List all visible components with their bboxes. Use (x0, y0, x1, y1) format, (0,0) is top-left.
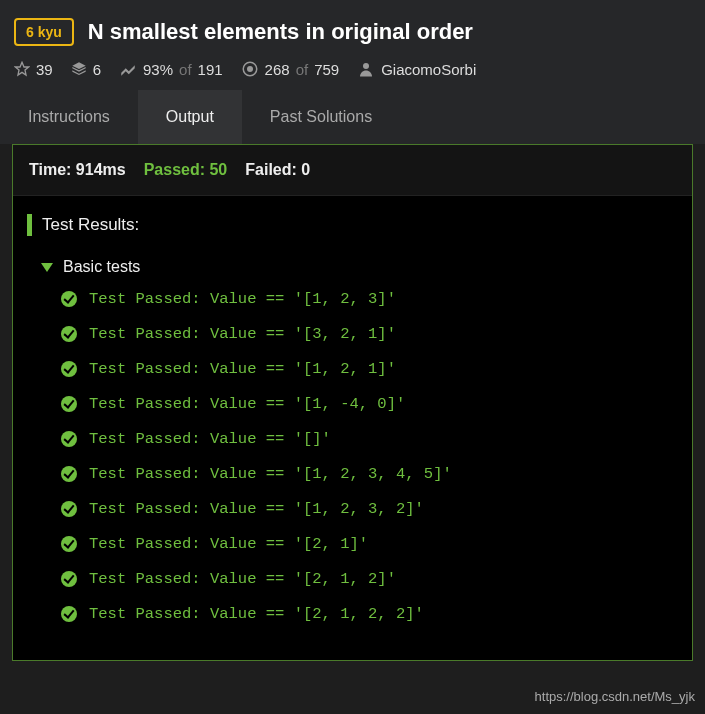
satisfaction-stat[interactable]: 93% of 191 (119, 60, 223, 78)
completed-total: 759 (314, 61, 339, 78)
check-icon (61, 396, 77, 412)
caret-down-icon (41, 263, 53, 272)
test-line: Test Passed: Value == '[1, 2, 3, 2]' (61, 500, 678, 518)
kyu-badge: 6 kyu (14, 18, 74, 46)
test-line: Test Passed: Value == '[2, 1, 2]' (61, 570, 678, 588)
stars-stat[interactable]: 39 (14, 61, 53, 78)
target-icon (241, 60, 259, 78)
test-message: Test Passed: Value == '[2, 1]' (89, 535, 368, 553)
completed-stat[interactable]: 268 of 759 (241, 60, 340, 78)
svg-point-1 (247, 66, 253, 72)
test-line: Test Passed: Value == '[1, 2, 3, 4, 5]' (61, 465, 678, 483)
completed-count: 268 (265, 61, 290, 78)
tab-output[interactable]: Output (138, 90, 242, 144)
group-label: Basic tests (63, 258, 140, 276)
chart-icon (119, 60, 137, 78)
test-message: Test Passed: Value == '[]' (89, 430, 331, 448)
check-icon (61, 571, 77, 587)
satisfaction-total: 191 (198, 61, 223, 78)
tabs: Instructions Output Past Solutions (0, 90, 705, 144)
summary-passed: Passed: 50 (144, 161, 228, 179)
check-icon (61, 361, 77, 377)
test-message: Test Passed: Value == '[1, 2, 3, 4, 5]' (89, 465, 452, 483)
test-group[interactable]: Basic tests (41, 258, 678, 276)
results-header: Test Results: (27, 214, 678, 236)
satisfaction-pct: 93% (143, 61, 173, 78)
results-title: Test Results: (42, 215, 139, 235)
check-icon (61, 466, 77, 482)
check-icon (61, 606, 77, 622)
test-line: Test Passed: Value == '[1, 2, 1]' (61, 360, 678, 378)
test-line: Test Passed: Value == '[1, 2, 3]' (61, 290, 678, 308)
test-line: Test Passed: Value == '[]' (61, 430, 678, 448)
test-message: Test Passed: Value == '[1, 2, 3, 2]' (89, 500, 424, 518)
test-line: Test Passed: Value == '[1, -4, 0]' (61, 395, 678, 413)
check-icon (61, 536, 77, 552)
summary-time: Time: 914ms (29, 161, 126, 179)
test-line: Test Passed: Value == '[2, 1]' (61, 535, 678, 553)
kata-header: 6 kyu N smallest elements in original or… (0, 0, 705, 90)
author-name: GiacomoSorbi (381, 61, 476, 78)
check-icon (61, 291, 77, 307)
star-icon (14, 61, 30, 77)
check-icon (61, 431, 77, 447)
test-message: Test Passed: Value == '[1, 2, 1]' (89, 360, 396, 378)
output-panel: Time: 914ms Passed: 50 Failed: 0 Test Re… (12, 144, 693, 661)
test-message: Test Passed: Value == '[1, 2, 3]' (89, 290, 396, 308)
results-area: Test Results: Basic tests Test Passed: V… (13, 196, 692, 660)
test-summary: Time: 914ms Passed: 50 Failed: 0 (13, 145, 692, 196)
collections-count: 6 (93, 61, 101, 78)
test-message: Test Passed: Value == '[1, -4, 0]' (89, 395, 405, 413)
test-message: Test Passed: Value == '[2, 1, 2]' (89, 570, 396, 588)
tab-past-solutions[interactable]: Past Solutions (242, 90, 400, 144)
stars-count: 39 (36, 61, 53, 78)
svg-point-2 (363, 63, 369, 69)
stats-row: 39 6 93% of 191 268 of 759 GiacomoSorbi (14, 60, 691, 78)
user-icon (357, 60, 375, 78)
test-line: Test Passed: Value == '[2, 1, 2, 2]' (61, 605, 678, 623)
test-line: Test Passed: Value == '[3, 2, 1]' (61, 325, 678, 343)
accent-bar-icon (27, 214, 32, 236)
test-message: Test Passed: Value == '[2, 1, 2, 2]' (89, 605, 424, 623)
layers-icon (71, 61, 87, 77)
check-icon (61, 326, 77, 342)
of-word: of (179, 61, 192, 78)
author-stat[interactable]: GiacomoSorbi (357, 60, 476, 78)
watermark: https://blog.csdn.net/Ms_yjk (535, 689, 695, 704)
kata-title: N smallest elements in original order (88, 19, 473, 45)
test-list: Test Passed: Value == '[1, 2, 3]'Test Pa… (27, 290, 678, 623)
tab-instructions[interactable]: Instructions (0, 90, 138, 144)
summary-failed: Failed: 0 (245, 161, 310, 179)
of-word: of (296, 61, 309, 78)
title-row: 6 kyu N smallest elements in original or… (14, 18, 691, 46)
test-message: Test Passed: Value == '[3, 2, 1]' (89, 325, 396, 343)
collections-stat[interactable]: 6 (71, 61, 101, 78)
check-icon (61, 501, 77, 517)
